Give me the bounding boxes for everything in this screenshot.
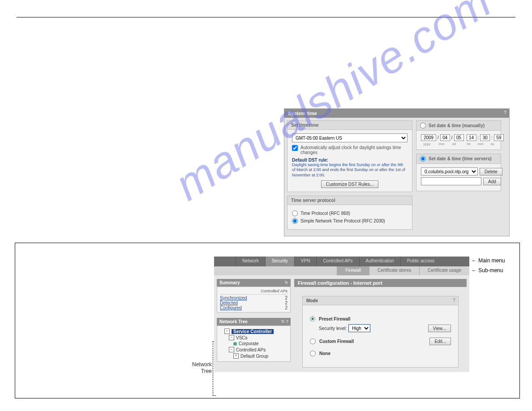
tree-node-vscs[interactable]: − VSCs bbox=[229, 335, 287, 340]
custom-firewall-label: Custom Firewall bbox=[319, 339, 354, 344]
custom-firewall-radio[interactable] bbox=[310, 338, 316, 344]
main-menu: Network Security VPN Controlled APs Auth… bbox=[214, 257, 469, 266]
manual-datetime-heading: Set date & time (manually) bbox=[416, 121, 501, 131]
network-tree-title: Network Tree ↻ ? bbox=[217, 318, 291, 325]
proto-sntp-label: Simple Network Time Protocol (RFC 2030) bbox=[300, 218, 385, 223]
time-servers-heading-text: Set date & time (time servers) bbox=[429, 156, 492, 161]
summary-val-configured: 2 bbox=[285, 305, 287, 310]
default-dst-heading: Default DST rule: bbox=[292, 158, 408, 163]
add-server-button[interactable]: Add bbox=[483, 178, 501, 185]
summary-col-header: Controlled APs bbox=[220, 289, 287, 295]
horizontal-rule bbox=[17, 17, 515, 17]
summary-link-synchronized[interactable]: Synchronized bbox=[220, 295, 247, 300]
mi-label: mm bbox=[476, 142, 484, 146]
time-servers-heading: Set date & time (time servers) bbox=[416, 154, 501, 164]
customize-dst-button[interactable]: Customize DST Rules... bbox=[321, 180, 379, 188]
annotation-sub-menu: Sub-menu bbox=[472, 267, 503, 274]
mode-box: Mode ? Preset Firewall Security level: H… bbox=[302, 296, 459, 368]
view-button[interactable]: View... bbox=[428, 325, 451, 332]
day-input[interactable] bbox=[454, 134, 464, 141]
menu-security[interactable]: Security bbox=[265, 257, 294, 266]
time-protocol-box: Time server protocol Time Protocol (RFC … bbox=[287, 196, 412, 230]
preset-firewall-radio[interactable] bbox=[310, 316, 315, 321]
default-dst-desc: Daylight saving time begins the first Su… bbox=[292, 163, 408, 178]
auto-dst-checkbox[interactable] bbox=[292, 145, 298, 151]
dd-label: dd bbox=[450, 142, 458, 146]
security-level-select[interactable]: High bbox=[348, 324, 370, 332]
menu-vpn[interactable]: VPN bbox=[294, 257, 317, 266]
annotation-main-menu: Main menu bbox=[472, 257, 505, 264]
summary-link-detected[interactable]: Detected bbox=[220, 300, 238, 305]
security-level-label: Security level: bbox=[319, 326, 347, 331]
manual-datetime-box: Set date & time (manually) / / : : bbox=[416, 120, 501, 150]
proto-rfc868-label: Time Protocol (RFC 868) bbox=[300, 211, 350, 216]
time-servers-radio[interactable] bbox=[420, 156, 426, 162]
summary-val-synchronized: 2 bbox=[285, 295, 287, 300]
menu-controlled-aps[interactable]: Controlled APs bbox=[316, 257, 359, 266]
summary-val-detected: 2 bbox=[285, 300, 287, 305]
summary-title: Summary ↻ bbox=[217, 279, 291, 287]
menu-network[interactable]: Network bbox=[236, 257, 265, 266]
minus-icon[interactable]: − bbox=[229, 335, 234, 340]
delete-server-button[interactable]: Delete bbox=[480, 168, 502, 176]
tree-node-controlled-aps[interactable]: − Controlled APs bbox=[229, 347, 287, 352]
submenu-firewall[interactable]: Firewall bbox=[337, 266, 369, 275]
time-protocol-heading: Time server protocol bbox=[287, 196, 412, 205]
summary-row-detected: Detected 2 bbox=[220, 300, 287, 305]
none-radio[interactable] bbox=[310, 351, 316, 356]
month-input[interactable] bbox=[440, 134, 450, 141]
timezone-heading: Set timezone bbox=[287, 121, 412, 130]
refresh-icon[interactable]: ↻ bbox=[285, 280, 288, 285]
time-server-input[interactable] bbox=[421, 177, 481, 185]
system-time-panel: System time ? Set timezone GMT-05:00 Eas… bbox=[284, 108, 510, 236]
system-time-title: System time ? bbox=[284, 109, 509, 118]
proto-rfc868-radio[interactable] bbox=[292, 210, 298, 216]
sub-menu: Firewall Certificate stores Certificate … bbox=[214, 266, 469, 275]
bullet-icon bbox=[233, 342, 237, 346]
summary-row-configured: Configured 2 bbox=[220, 305, 287, 310]
none-label: None bbox=[319, 351, 330, 356]
summary-row-synchronized: Synchronized 2 bbox=[220, 295, 287, 300]
tree-node-corporate[interactable]: Corporate bbox=[233, 341, 287, 346]
tree-actions-icon[interactable]: ↻ ? bbox=[281, 319, 288, 324]
manual-datetime-radio[interactable] bbox=[420, 123, 426, 128]
submenu-cert-stores[interactable]: Certificate stores bbox=[369, 266, 419, 275]
menu-authentication[interactable]: Authentication bbox=[359, 257, 400, 266]
annotation-network-tree: Network Tree bbox=[187, 361, 212, 375]
timezone-box: Set timezone GMT-05:00 Eastern US Automa… bbox=[287, 120, 412, 192]
summary-box: Summary ↻ Controlled APs Synchronized 2 … bbox=[217, 279, 291, 313]
tree-node-default-group[interactable]: + Default Group bbox=[233, 353, 287, 359]
minute-input[interactable] bbox=[480, 134, 490, 141]
firewall-screenshot: Network Security VPN Controlled APs Auth… bbox=[214, 257, 469, 372]
preset-firewall-label: Preset Firewall bbox=[319, 317, 351, 321]
yyyy-label: yyyy bbox=[421, 142, 433, 146]
time-server-select[interactable]: 0.colubris.pool.ntp.org bbox=[421, 167, 478, 176]
second-input[interactable] bbox=[494, 134, 504, 141]
manual-datetime-heading-text: Set date & time (manually) bbox=[429, 123, 485, 128]
mode-heading: Mode ? bbox=[303, 296, 458, 305]
edit-button[interactable]: Edit... bbox=[429, 338, 451, 345]
help-icon[interactable]: ? bbox=[453, 298, 455, 303]
minus-icon[interactable]: − bbox=[229, 347, 234, 352]
year-input[interactable] bbox=[421, 134, 436, 141]
system-time-title-text: System time bbox=[288, 111, 317, 116]
ss-label: ss bbox=[489, 142, 496, 146]
proto-sntp-radio[interactable] bbox=[292, 218, 298, 224]
hh-label: hh bbox=[465, 142, 472, 146]
menu-public-access[interactable]: Public access bbox=[400, 257, 441, 266]
submenu-cert-usage[interactable]: Certificate usage bbox=[419, 266, 469, 275]
firewall-config-title: Firewall configuration - Internet port bbox=[294, 279, 467, 287]
hour-input[interactable] bbox=[467, 134, 476, 141]
tree-node-service-controller[interactable]: − Service Controller bbox=[224, 329, 287, 334]
minus-icon[interactable]: − bbox=[224, 329, 230, 334]
help-icon[interactable]: ? bbox=[504, 110, 506, 115]
summary-link-configured[interactable]: Configured bbox=[220, 305, 242, 310]
plus-icon[interactable]: + bbox=[233, 353, 239, 359]
mm-label: mm bbox=[438, 142, 445, 146]
time-servers-box: Set date & time (time servers) 0.colubri… bbox=[416, 154, 501, 191]
timezone-select[interactable]: GMT-05:00 Eastern US bbox=[292, 133, 408, 142]
network-tree-box: Network Tree ↻ ? − Service Controller bbox=[217, 318, 291, 362]
auto-dst-label: Automatically adjust clock for daylight … bbox=[300, 145, 408, 155]
